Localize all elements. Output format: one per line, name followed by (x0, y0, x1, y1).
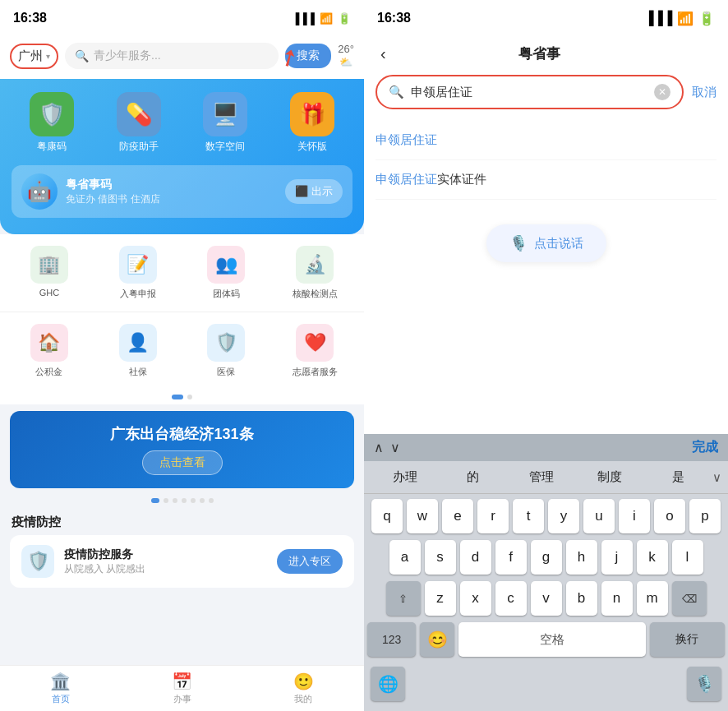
sec-icon-medical[interactable]: 🛡️ 医保 (184, 324, 270, 378)
sec-icon-ghc[interactable]: 🏢 GHC (7, 246, 92, 300)
service-desc: 从院感入 从院感出 (64, 562, 267, 576)
arrow-down-icon[interactable]: ∨ (390, 440, 400, 455)
search-bar-right: 🔍 申领居住证 ✕ 取消 (376, 75, 716, 109)
affairs-icon: 📅 (172, 672, 192, 691)
social-label: 社保 (129, 366, 147, 378)
key-n[interactable]: n (601, 581, 633, 616)
key-emoji[interactable]: 😊 (420, 622, 454, 657)
pandemic-label: 防疫助手 (119, 140, 159, 154)
sec-icon-housing[interactable]: 🏠 公积金 (7, 324, 92, 378)
sec-icon-volunteer[interactable]: ❤️ 志愿者服务 (272, 324, 357, 378)
care-label: 关怀版 (297, 140, 327, 154)
globe-icon[interactable]: 🌐 (371, 667, 405, 701)
time-left: 16:38 (13, 11, 47, 25)
keyboard-rows: q w e r t y u i o p a s d f g h j k (364, 494, 728, 619)
key-123[interactable]: 123 (367, 622, 416, 657)
key-l[interactable]: l (672, 540, 703, 575)
key-delete[interactable]: ⌫ (672, 581, 707, 616)
top-bar: 广州 ▾ 🔍 青少年服务... 搜索 26° ⛅ (0, 36, 364, 79)
housing-icon: 🏠 (30, 324, 68, 362)
suggestion-1[interactable]: 办理 (371, 466, 439, 488)
app-icon-digital[interactable]: 🖥️ 数字空间 (186, 92, 266, 154)
key-v[interactable]: v (531, 581, 562, 616)
wifi-icon: 📶 (320, 12, 333, 25)
sec-icon-group[interactable]: 👥 团体码 (184, 246, 270, 300)
keyboard-mic-icon[interactable]: 🎙️ (687, 667, 721, 701)
nav-item-affairs[interactable]: 📅 办事 (122, 666, 243, 711)
key-d[interactable]: d (460, 540, 491, 575)
key-y[interactable]: y (548, 499, 579, 533)
key-return[interactable]: 换行 (650, 622, 725, 657)
signal-icon: ▐▐▐ (292, 12, 315, 25)
search-input-right[interactable]: 🔍 申领居住证 ✕ (376, 75, 684, 109)
key-m[interactable]: m (637, 581, 668, 616)
voice-button[interactable]: 🎙️ 点击说话 (486, 224, 606, 262)
key-q[interactable]: q (371, 499, 403, 533)
suggestion-4[interactable]: 制度 (576, 466, 644, 488)
key-e[interactable]: e (442, 499, 473, 533)
search-button[interactable]: 搜索 (285, 44, 331, 68)
key-r[interactable]: r (477, 499, 509, 533)
key-j[interactable]: j (601, 540, 633, 575)
right-panel: 16:38 ▐▐▐ 📶 🔋 ‹ 粤省事 🔍 申领居住证 ✕ 取消 申领居住证 申… (364, 0, 728, 711)
key-b[interactable]: b (566, 581, 597, 616)
keyboard-row-3: ⇧ z x c v b n m ⌫ (367, 581, 725, 616)
key-t[interactable]: t (513, 499, 544, 533)
search-box[interactable]: 🔍 青少年服务... (65, 43, 279, 69)
promo-dot-1 (151, 498, 159, 503)
suggestion-5[interactable]: 是 (644, 466, 712, 488)
voice-label: 点击说话 (534, 236, 583, 252)
key-o[interactable]: o (654, 499, 685, 533)
clear-button[interactable]: ✕ (654, 84, 670, 100)
service-enter-button[interactable]: 进入专区 (277, 549, 343, 574)
battery-icon: 🔋 (338, 12, 351, 25)
key-s[interactable]: s (425, 540, 456, 575)
app-icon-health-code[interactable]: 🛡️ 粤康码 (12, 92, 92, 154)
suggestion-3[interactable]: 管理 (507, 466, 575, 488)
mascot-text: 粤省事码 免证办 借图书 住酒店 (66, 178, 277, 206)
result-item-2[interactable]: 申领居住证实体证件 (376, 160, 716, 200)
keyboard-row-1: q w e r t y u i o p (367, 499, 725, 533)
key-i[interactable]: i (619, 499, 650, 533)
key-f[interactable]: f (495, 540, 527, 575)
entry-icon: 📝 (119, 246, 157, 284)
key-c[interactable]: c (495, 581, 527, 616)
sec-icon-nucleic[interactable]: 🔬 核酸检测点 (272, 246, 357, 300)
city-button[interactable]: 广州 ▾ (10, 44, 58, 69)
sec-icon-entry[interactable]: 📝 入粤申报 (95, 246, 181, 300)
suggestion-2[interactable]: 的 (439, 466, 507, 488)
app-icon-pandemic[interactable]: 💊 防疫助手 (99, 92, 179, 154)
cancel-button[interactable]: 取消 (692, 85, 716, 100)
key-k[interactable]: k (637, 540, 668, 575)
suggestion-more[interactable]: ∨ (712, 470, 721, 485)
key-w[interactable]: w (407, 499, 438, 533)
key-space[interactable]: 空格 (458, 622, 646, 657)
keyboard-bottom-row: 123 😊 空格 换行 (364, 619, 728, 663)
key-a[interactable]: a (389, 540, 421, 575)
key-h[interactable]: h (566, 540, 597, 575)
key-u[interactable]: u (583, 499, 615, 533)
affairs-label: 办事 (173, 693, 191, 705)
app-icon-care[interactable]: 🎁 关怀版 (272, 92, 352, 154)
key-shift[interactable]: ⇧ (386, 581, 421, 616)
nav-item-mine[interactable]: 🙂 我的 (242, 666, 364, 711)
mascot-qr-button[interactable]: ⬛ 出示 (285, 179, 343, 204)
promo-button[interactable]: 点击查看 (142, 450, 223, 475)
result-item-1[interactable]: 申领居住证 (376, 121, 716, 160)
key-x[interactable]: x (460, 581, 491, 616)
sec-icon-social[interactable]: 👤 社保 (95, 324, 181, 378)
keyboard-done-button[interactable]: 完成 (692, 439, 718, 456)
left-panel: 16:38 ▐▐▐ 📶 🔋 广州 ▾ 🔍 青少年服务... 搜索 26° ⛅ ➚… (0, 0, 364, 711)
health-code-icon: 🛡️ (30, 92, 74, 136)
promo-dot-2 (164, 498, 168, 503)
service-card: 🛡️ 疫情防控服务 从院感入 从院感出 进入专区 (10, 535, 354, 588)
keyboard: ∧ ∨ 完成 办理 的 管理 制度 是 ∨ q w e r t y u (364, 434, 728, 711)
voice-area: 🎙️ 点击说话 (364, 200, 728, 434)
back-button[interactable]: ‹ (377, 41, 389, 67)
nav-item-home[interactable]: 🏛️ 首页 (0, 666, 122, 711)
arrow-up-icon[interactable]: ∧ (374, 440, 384, 455)
key-z[interactable]: z (425, 581, 456, 616)
key-p[interactable]: p (689, 499, 721, 533)
key-g[interactable]: g (531, 540, 562, 575)
health-code-label: 粤康码 (37, 140, 67, 154)
